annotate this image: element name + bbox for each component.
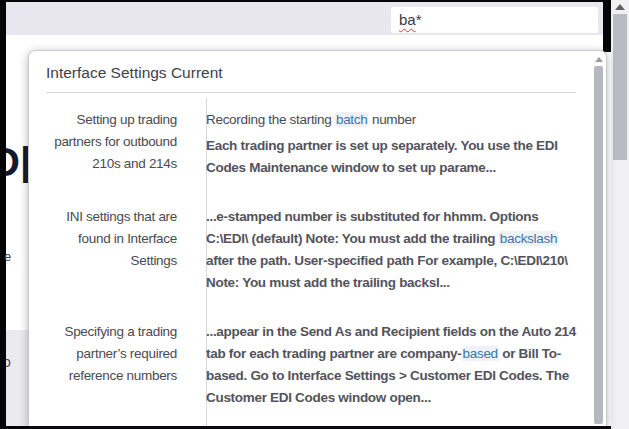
result-topic-title[interactable]: Setting up trading partners for outbound…	[29, 108, 193, 179]
search-result-row[interactable]: Specifying a trading partner’s required …	[29, 316, 606, 426]
result-snippet-text: ...e-stamped number is substituted for h…	[206, 206, 578, 294]
result-snippet: Recording the starting batch number Each…	[193, 108, 606, 179]
background-text-fragment-e: e	[4, 249, 14, 265]
scroll-up-arrow-icon[interactable]	[615, 4, 625, 10]
result-snippet: ...e-stamped number is substituted for h…	[193, 205, 606, 294]
background-text-fragment-large: D|	[6, 141, 28, 183]
result-snippet-heading: Recording the starting batch number	[206, 109, 578, 131]
search-results-popup: Interface Settings Current Setting up tr…	[28, 50, 607, 426]
results-list: Setting up trading partners for outbound…	[29, 93, 606, 426]
result-snippet-text: ...appear in the Send As and Recipient f…	[206, 321, 578, 409]
search-result-row[interactable]: Setting up trading partners for outbound…	[29, 104, 606, 201]
search-input[interactable]: ba*	[391, 7, 598, 33]
page-scrollbar[interactable]	[611, 0, 629, 429]
result-topic-title[interactable]: Specifying a trading partner’s required …	[29, 320, 193, 409]
popup-title: Interface Settings Current	[29, 51, 606, 92]
popup-scrollbar-thumb[interactable]	[594, 66, 603, 424]
background-gray-panel-fragment: o	[6, 330, 29, 426]
search-result-row[interactable]: INI settings that are found in Interface…	[29, 201, 606, 316]
popup-scroll-up-arrow-icon[interactable]	[595, 57, 603, 62]
top-right-dark-block	[603, 0, 611, 52]
result-snippet-text: Each trading partner is set up separatel…	[206, 135, 578, 179]
result-topic-title[interactable]: INI settings that are found in Interface…	[29, 205, 193, 294]
page-scrollbar-thumb[interactable]	[613, 14, 627, 160]
result-snippet: ...appear in the Send As and Recipient f…	[193, 320, 606, 409]
popup-scrollbar[interactable]	[594, 54, 603, 426]
